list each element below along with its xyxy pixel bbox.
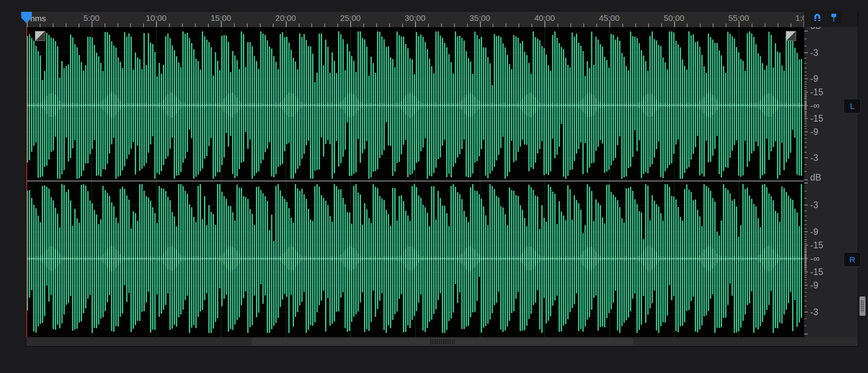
ruler-time-label: 30:00	[405, 13, 426, 23]
channel-right-button[interactable]: R	[844, 252, 861, 267]
scale-tick	[804, 86, 807, 87]
scale-tick	[804, 243, 807, 244]
scale-tick	[804, 334, 808, 334]
snap-button[interactable]	[810, 10, 825, 25]
ruler-tick	[648, 24, 649, 27]
scale-tick	[804, 234, 807, 235]
scale-tick	[804, 94, 807, 95]
ruler-tick	[389, 24, 390, 27]
audio-editor-window: hms 5:0010:0015:0020:0025:0030:0035:0040…	[0, 0, 868, 373]
scale-tick	[804, 124, 807, 124]
fade-out-handle[interactable]	[786, 31, 796, 41]
ruler-tick	[506, 24, 506, 27]
scale-label: -15	[810, 240, 823, 250]
ruler-tick	[791, 24, 791, 27]
scale-tick	[804, 273, 807, 274]
ruler-tick	[531, 24, 532, 27]
scale-label: -∞	[810, 253, 820, 264]
ruler-time-label: 1:00	[795, 13, 804, 23]
scale-tick	[804, 301, 807, 301]
scale-label: -3	[810, 200, 818, 211]
scale-tick	[804, 262, 807, 263]
scale-label: -∞	[810, 100, 820, 111]
ruler-tick	[363, 24, 364, 27]
ruler-tick	[79, 24, 79, 27]
scale-tick	[804, 259, 807, 260]
ruler-tick	[260, 24, 261, 27]
ruler-time-label: 5:00	[83, 13, 99, 23]
ruler-tick	[661, 24, 662, 27]
vertical-scrollbar[interactable]	[859, 296, 866, 316]
scale-label: dB	[810, 27, 821, 31]
scale-label: dB	[810, 172, 821, 183]
ruler-tick	[700, 24, 701, 27]
ruler-time-label: 50:00	[664, 13, 684, 23]
scale-tick	[804, 268, 807, 268]
ruler-tick	[118, 24, 118, 27]
scale-label: -9	[810, 280, 818, 291]
scale-tick	[804, 39, 807, 39]
scale-tick	[804, 288, 807, 289]
scrollbar-grip-icon	[861, 300, 864, 312]
ruler-tick	[130, 24, 131, 27]
scale-tick	[804, 258, 808, 259]
scale-tick	[804, 122, 807, 122]
scale-tick	[804, 135, 807, 135]
scale-tick	[804, 112, 807, 113]
scale-label: -9	[810, 226, 818, 237]
scale-tick	[804, 72, 807, 72]
marker-button[interactable]	[826, 10, 841, 25]
scale-tick	[804, 220, 807, 221]
waveform-display[interactable]	[26, 27, 804, 337]
ruler-tick	[299, 24, 300, 27]
horizontal-scrollbar[interactable]	[26, 337, 857, 346]
scale-tick	[804, 325, 807, 326]
timeline-ruler[interactable]: hms 5:0010:0015:0020:0025:0030:0035:0040…	[26, 11, 804, 28]
ruler-tick	[247, 24, 248, 27]
scale-tick	[804, 171, 807, 172]
scale-tick	[804, 157, 808, 158]
scale-tick	[804, 90, 807, 91]
ruler-tick	[765, 24, 765, 27]
ruler-format-label: hms	[30, 14, 46, 23]
ruler-tick	[493, 24, 493, 27]
scale-tick	[804, 260, 807, 261]
ruler-tick	[687, 24, 688, 27]
scale-tick	[804, 99, 807, 100]
scale-tick	[804, 263, 807, 264]
ruler-tick	[376, 24, 377, 27]
scale-tick	[804, 231, 808, 232]
playhead-line[interactable]	[26, 27, 27, 337]
scale-tick	[804, 81, 807, 82]
ruler-tick	[635, 24, 636, 27]
scale-tick	[804, 128, 807, 129]
scale-tick	[804, 252, 807, 253]
ruler-tick	[726, 24, 726, 27]
ruler-time-label: 40:00	[534, 13, 555, 23]
scale-tick	[804, 111, 807, 112]
scale-tick	[804, 31, 808, 31]
fade-in-handle[interactable]	[35, 31, 45, 41]
ruler-tick	[467, 24, 468, 27]
scale-tick	[804, 113, 807, 114]
horizontal-scrollbar-thumb[interactable]	[252, 338, 633, 345]
magnet-icon	[812, 12, 823, 23]
ruler-tick	[182, 24, 183, 27]
scale-tick	[804, 237, 807, 238]
channel-divider[interactable]	[26, 181, 804, 181]
ruler-time-label: 55:00	[728, 13, 749, 23]
ruler-tick	[402, 24, 403, 27]
ruler-time-label: 25:00	[340, 13, 361, 23]
scale-tick	[804, 115, 807, 116]
ruler-time-label: 45:00	[599, 13, 620, 23]
scale-tick	[804, 216, 807, 216]
channel-left-button[interactable]: L	[844, 99, 861, 113]
scale-tick	[804, 107, 807, 108]
scale-tick	[804, 109, 807, 109]
ruler-tick	[454, 24, 455, 27]
ruler-tick	[337, 24, 338, 27]
ruler-tick	[622, 24, 623, 27]
scale-tick	[804, 205, 808, 205]
scale-tick	[804, 264, 807, 265]
scale-tick	[804, 318, 807, 319]
